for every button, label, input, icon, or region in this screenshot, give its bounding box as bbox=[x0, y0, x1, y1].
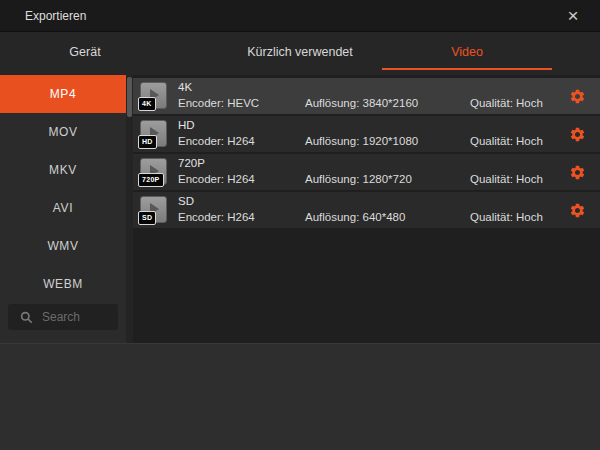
preset-quality: Qualität: Hoch bbox=[470, 135, 543, 147]
tab-label: Kürzlich verwendet bbox=[247, 45, 353, 59]
preset-encoder: Encoder: H264 bbox=[178, 135, 255, 147]
format-item[interactable]: AVI bbox=[0, 189, 126, 227]
tab-bar: Kürzlich verwendet Video Gerät bbox=[0, 32, 600, 75]
video-thumbnail-icon: 4K bbox=[140, 82, 167, 109]
format-sidebar: MP4 MOV MKV AVI WMV bbox=[0, 75, 126, 343]
resolution-badge: HD bbox=[138, 135, 157, 149]
settings-gear-icon[interactable] bbox=[569, 202, 586, 219]
tab[interactable]: Video bbox=[382, 32, 552, 75]
preset-row[interactable]: HD HD Encoder: H264 Auflösung: 1920*1080… bbox=[133, 116, 600, 152]
preset-quality: Qualität: Hoch bbox=[470, 173, 543, 185]
search-placeholder: Search bbox=[42, 310, 80, 324]
settings-gear-icon[interactable] bbox=[569, 126, 586, 143]
footer-panel: Dateiname: Speichern zu: ... Exportieren… bbox=[0, 343, 600, 450]
titlebar: Exportieren × bbox=[0, 0, 600, 32]
preset-row[interactable]: 4K 4K Encoder: HEVC Auflösung: 3840*2160… bbox=[133, 78, 600, 114]
preset-resolution: Auflösung: 1280*720 bbox=[305, 173, 412, 185]
preset-title: SD bbox=[178, 195, 194, 207]
format-label: MKV bbox=[49, 163, 77, 177]
sidebar-scrollbar bbox=[126, 75, 133, 343]
preset-list: 4K 4K Encoder: HEVC Auflösung: 3840*2160… bbox=[133, 75, 600, 343]
format-label: WEBM bbox=[43, 277, 83, 291]
preset-row[interactable]: 720P 720P Encoder: H264 Auflösung: 1280*… bbox=[133, 154, 600, 190]
format-item[interactable]: WMV bbox=[0, 227, 126, 265]
settings-gear-icon[interactable] bbox=[569, 88, 586, 105]
search-icon bbox=[20, 311, 33, 324]
format-item[interactable]: MP4 bbox=[0, 75, 126, 113]
resolution-badge: 720P bbox=[138, 173, 164, 187]
scrollbar-thumb[interactable] bbox=[127, 77, 132, 117]
resolution-badge: 4K bbox=[138, 97, 156, 111]
format-label: MOV bbox=[48, 125, 77, 139]
format-label: MP4 bbox=[50, 87, 76, 101]
preset-title: 4K bbox=[178, 81, 192, 93]
close-icon[interactable]: × bbox=[560, 4, 586, 30]
preset-quality: Qualität: Hoch bbox=[470, 211, 543, 223]
video-thumbnail-icon: 720P bbox=[140, 158, 167, 185]
video-thumbnail-icon: HD bbox=[140, 120, 167, 147]
preset-encoder: Encoder: HEVC bbox=[178, 97, 259, 109]
tab-label: Gerät bbox=[69, 45, 100, 59]
preset-resolution: Auflösung: 640*480 bbox=[305, 211, 405, 223]
preset-resolution: Auflösung: 3840*2160 bbox=[305, 97, 418, 109]
format-item[interactable]: MKV bbox=[0, 151, 126, 189]
preset-resolution: Auflösung: 1920*1080 bbox=[305, 135, 418, 147]
export-dialog: Exportieren × Kürzlich verwendet Video G… bbox=[0, 0, 600, 450]
tab[interactable]: Kürzlich verwendet bbox=[215, 32, 385, 75]
preset-quality: Qualität: Hoch bbox=[470, 97, 543, 109]
format-label: AVI bbox=[53, 201, 73, 215]
preset-encoder: Encoder: H264 bbox=[178, 173, 255, 185]
resolution-badge: SD bbox=[138, 211, 156, 225]
tab-label: Video bbox=[451, 45, 483, 59]
tab[interactable]: Gerät bbox=[0, 32, 170, 75]
format-item[interactable]: MOV bbox=[0, 113, 126, 151]
format-label: WMV bbox=[47, 239, 78, 253]
content-area: MP4 MOV MKV AVI WMV bbox=[0, 75, 600, 343]
settings-gear-icon[interactable] bbox=[569, 164, 586, 181]
preset-title: HD bbox=[178, 119, 195, 131]
search-input[interactable]: Search bbox=[8, 304, 118, 330]
video-thumbnail-icon: SD bbox=[140, 196, 167, 223]
format-item[interactable]: WEBM bbox=[0, 265, 126, 303]
dialog-title: Exportieren bbox=[25, 0, 86, 32]
preset-row[interactable]: SD SD Encoder: H264 Auflösung: 640*480 Q… bbox=[133, 192, 600, 228]
format-list: MP4 MOV MKV AVI WMV bbox=[0, 75, 126, 303]
preset-title: 720P bbox=[178, 157, 205, 169]
preset-encoder: Encoder: H264 bbox=[178, 211, 255, 223]
